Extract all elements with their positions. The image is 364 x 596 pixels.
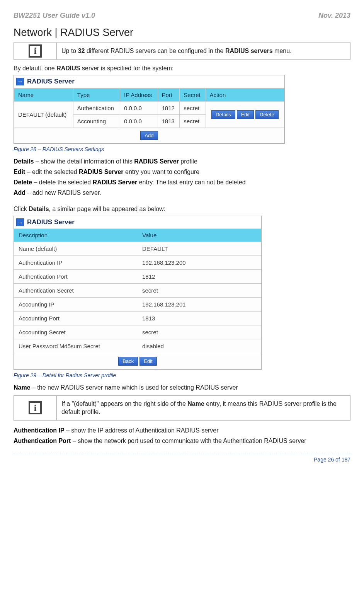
t: Delete <box>14 179 32 186</box>
table-footer-row: Add <box>14 128 284 143</box>
table-row: Accounting Secretsecret <box>14 325 261 339</box>
info-icon: i <box>29 44 42 58</box>
radius-server-detail-panel: → RADIUS Server Description Value Name (… <box>14 216 262 370</box>
page-number: Page 26 of 187 <box>314 456 350 463</box>
page-footer: Page 26 of 187 <box>14 454 350 463</box>
t: , a similar page will be appeared as bel… <box>49 206 166 212</box>
t: By default, one <box>14 65 56 72</box>
cell-name: DEFAULT (default) <box>14 101 73 128</box>
col-ip: IP Address <box>120 88 158 101</box>
cell-port: 1812 <box>158 101 180 114</box>
t: Name <box>187 400 204 407</box>
k: Name (default) <box>14 242 138 256</box>
k: Accounting Secret <box>14 325 138 339</box>
collapse-arrow-icon[interactable]: → <box>16 78 24 85</box>
panel-title: RADIUS Server <box>27 218 75 226</box>
t: RADIUS Server <box>93 179 138 186</box>
cell-type: Authentication <box>73 101 120 114</box>
t: – edit the selected <box>25 169 79 175</box>
table-footer-row: Back Edit <box>14 353 261 370</box>
info-text-2: If a "(default)" appears on the right si… <box>57 396 350 420</box>
doc-title: BW2251 User Guide v1.0 <box>14 12 95 20</box>
info-box-1: i Up to 32 different RADIUS servers can … <box>14 43 350 60</box>
t: RADIUS Server <box>134 158 179 165</box>
k: Accounting IP <box>14 298 138 312</box>
def-auth-port: Authentication Port – show the network p… <box>14 436 350 445</box>
col-type: Type <box>73 88 120 101</box>
v: 1812 <box>138 270 261 284</box>
def-auth-ip: Authentication IP – show the IP address … <box>14 426 350 435</box>
info-text-1: Up to 32 different RADIUS servers can be… <box>57 43 350 59</box>
click-details-line: Click Details, a similar page will be ap… <box>14 206 350 213</box>
t: Name <box>14 384 31 391</box>
t: profile <box>179 158 197 165</box>
t: – the new RADIUS server name which is us… <box>31 384 238 391</box>
delete-button[interactable]: Delete <box>255 110 279 119</box>
panel-title: RADIUS Server <box>27 78 75 85</box>
t: Details <box>14 158 34 165</box>
t: Click <box>14 206 29 212</box>
edit-button[interactable]: Edit <box>237 110 254 119</box>
section-title: Network | RADIUS Server <box>14 27 350 39</box>
col-secret: Secret <box>180 88 206 101</box>
add-button[interactable]: Add <box>140 131 158 140</box>
t: entry you want to configure <box>124 169 200 175</box>
cell-actions: Details Edit Delete <box>206 101 284 128</box>
def-delete: Delete – delete the selected RADIUS Serv… <box>14 178 350 187</box>
table-row: Accounting Port1813 <box>14 312 261 325</box>
figure-caption-28: Figure 28 – RADIUS Servers Settings <box>14 146 350 152</box>
info-box-2: i If a "(default)" appears on the right … <box>14 395 350 421</box>
collapse-arrow-icon[interactable]: → <box>16 218 24 226</box>
t: – delete the selected <box>32 179 93 186</box>
table-row: Authentication IP192.168.123.200 <box>14 256 261 270</box>
k: Accounting Port <box>14 312 138 325</box>
t: RADIUS <box>56 65 80 72</box>
cell-ip: 0.0.0.0 <box>120 101 158 114</box>
details-button[interactable]: Details <box>211 110 235 119</box>
t: If a "(default)" appears on the right si… <box>61 400 187 407</box>
table-header-row: Name Type IP Address Port Secret Action <box>14 88 284 101</box>
edit-button[interactable]: Edit <box>139 357 156 366</box>
t: different RADIUS servers can be configur… <box>85 48 225 54</box>
back-button[interactable]: Back <box>118 357 138 366</box>
t: Edit <box>14 169 25 175</box>
radius-server-list-panel: → RADIUS Server Name Type IP Address Por… <box>14 75 285 144</box>
table-row: Accounting IP192.168.123.201 <box>14 298 261 312</box>
def-edit: Edit – edit the selected RADIUS Server e… <box>14 167 350 176</box>
v: secret <box>138 325 261 339</box>
info-icon-cell: i <box>14 396 57 420</box>
info-icon: i <box>29 401 42 414</box>
t: Details <box>29 206 49 212</box>
intro-line: By default, one RADIUS server is specifi… <box>14 65 350 72</box>
cell-secret: secret <box>180 114 206 128</box>
col-desc: Description <box>14 229 138 242</box>
detail-table: Description Value Name (default)DEFAULT … <box>14 229 261 370</box>
v: 192.168.123.201 <box>138 298 261 312</box>
t: entry. The last entry can not be deleted <box>137 179 245 186</box>
t: – show the network port used to communic… <box>71 438 306 444</box>
t: server is specified for the system: <box>80 65 174 72</box>
def-name: Name – the new RADIUS server name which … <box>14 383 350 392</box>
t: Add <box>14 189 26 196</box>
table-row: User Password Md5sum Secretdisabled <box>14 339 261 353</box>
t: RADIUS Server <box>79 169 124 175</box>
table-row: DEFAULT (default) Authentication 0.0.0.0… <box>14 101 284 114</box>
doc-date: Nov. 2013 <box>318 12 350 20</box>
v: 192.168.123.200 <box>138 256 261 270</box>
v: disabled <box>138 339 261 353</box>
k: User Password Md5sum Secret <box>14 339 138 353</box>
table-row: Authentication Secretsecret <box>14 284 261 298</box>
t: menu. <box>273 48 292 54</box>
t: Up to <box>61 48 78 54</box>
k: Authentication IP <box>14 256 138 270</box>
t: Authentication IP <box>14 427 65 434</box>
v: DEFAULT <box>138 242 261 256</box>
cell-secret: secret <box>180 101 206 114</box>
t: – show the detail information of this <box>34 158 134 165</box>
col-port: Port <box>158 88 180 101</box>
panel-titlebar: → RADIUS Server <box>14 216 261 229</box>
table-header-row: Description Value <box>14 229 261 242</box>
k: Authentication Secret <box>14 284 138 298</box>
table-row: Authentication Port1812 <box>14 270 261 284</box>
col-value: Value <box>138 229 261 242</box>
